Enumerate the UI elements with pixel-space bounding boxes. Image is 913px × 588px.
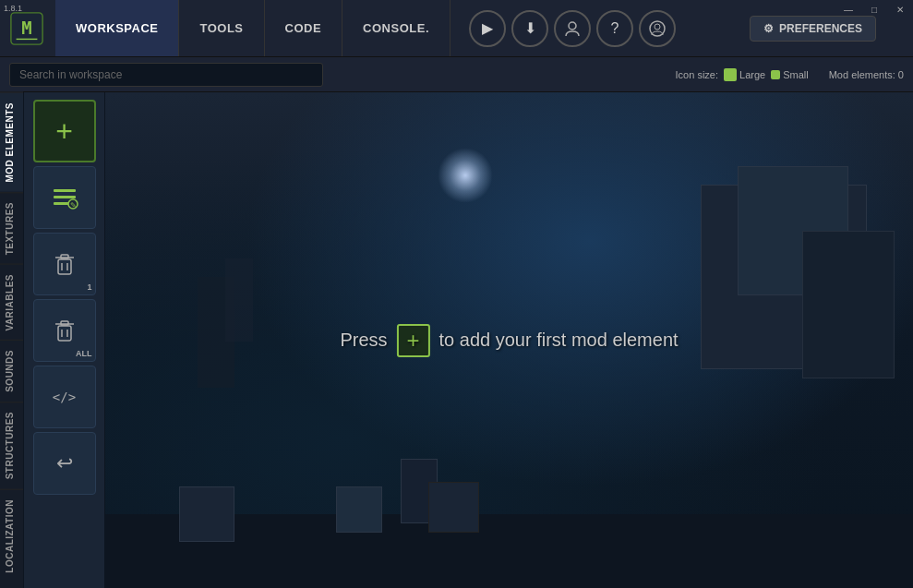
ground-block-2: [336, 486, 382, 533]
tab-code[interactable]: CODE: [265, 0, 343, 56]
add-plus-icon: +: [407, 328, 420, 354]
play-button[interactable]: ▶: [469, 10, 506, 47]
sidebar-tab-structures[interactable]: Structures: [0, 402, 23, 488]
mod-elements-panel: + ✎ 1: [24, 92, 105, 588]
prompt-post: to add your first mod element: [439, 330, 679, 351]
svg-text:M: M: [21, 17, 31, 37]
back-button[interactable]: ↩: [33, 432, 96, 495]
block-large-3: [802, 231, 895, 378]
ground-block-1: [179, 486, 234, 542]
code-icon: </>: [53, 390, 76, 404]
account-button[interactable]: [639, 10, 676, 47]
delete-all-icon: [51, 317, 78, 344]
profile-button[interactable]: [554, 10, 591, 47]
svg-rect-20: [61, 321, 68, 325]
delete-one-button[interactable]: 1: [33, 233, 96, 295]
moon-glow: [438, 148, 493, 203]
svg-point-5: [655, 24, 660, 30]
sidebar-tab-localization[interactable]: Localization: [0, 489, 23, 582]
title-bar: 1.8.1 M WORKSPACE TOOLS CODE CONSOLE. ▶ …: [0, 0, 913, 57]
nav-tabs: WORKSPACE TOOLS CODE CONSOLE.: [55, 0, 450, 56]
gear-icon: ⚙: [763, 22, 774, 35]
account-icon: [648, 19, 667, 38]
distant-structure-2: [225, 258, 253, 342]
svg-rect-11: [58, 259, 71, 274]
prompt-pre: Press: [340, 330, 387, 351]
large-size-dot: [724, 68, 737, 81]
delete-all-badge: ALL: [76, 349, 92, 358]
tab-console[interactable]: CONSOLE.: [342, 0, 450, 56]
ground-block-4: [428, 482, 479, 533]
tab-tools[interactable]: TOOLS: [179, 0, 264, 56]
sidebar-tab-variables[interactable]: Variables: [0, 264, 23, 341]
main-layout: Mod elements Textures Variables Sounds S…: [0, 92, 913, 588]
search-input[interactable]: [9, 63, 323, 87]
window-controls: — □ ✕: [835, 0, 913, 18]
add-mod-element-button[interactable]: +: [33, 100, 96, 162]
toolbar-icons: ▶ ⬇ ?: [469, 10, 676, 47]
version-label: 1.8.1: [4, 4, 22, 13]
export-button[interactable]: ⬇: [511, 10, 548, 47]
mod-elements-count: Mod elements: 0: [829, 69, 904, 80]
sidebar-tabs: Mod elements Textures Variables Sounds S…: [0, 92, 24, 588]
delete-all-button[interactable]: ALL: [33, 299, 96, 362]
svg-text:✎: ✎: [69, 201, 76, 210]
large-size-option[interactable]: Large: [724, 68, 765, 81]
large-size-label: Large: [739, 69, 765, 80]
logo-area: M: [0, 11, 55, 46]
add-element-icon-prompt[interactable]: +: [397, 324, 430, 357]
tab-workspace[interactable]: WORKSPACE: [55, 0, 179, 56]
preferences-button[interactable]: ⚙ PREFERENCES: [750, 16, 876, 42]
svg-point-3: [569, 22, 576, 30]
app-logo: M: [9, 11, 44, 46]
icon-size-label: Icon size:: [676, 69, 718, 80]
svg-rect-7: [54, 196, 76, 198]
center-prompt: Press + to add your first mod element: [340, 324, 678, 357]
sidebar-tab-textures[interactable]: Textures: [0, 192, 23, 264]
svg-rect-15: [61, 255, 68, 258]
search-bar: Icon size: Large Small Mod elements: 0: [0, 57, 913, 92]
preferences-label: PREFERENCES: [779, 22, 862, 35]
list-icon: ✎: [51, 184, 78, 211]
close-button[interactable]: ✕: [887, 0, 913, 18]
back-icon: ↩: [56, 451, 73, 475]
svg-rect-6: [54, 189, 76, 192]
small-size-option[interactable]: Small: [771, 69, 809, 80]
sidebar-tab-sounds[interactable]: Sounds: [0, 340, 23, 402]
maximize-button[interactable]: □: [861, 0, 887, 18]
profile-icon: [563, 19, 582, 38]
small-size-label: Small: [783, 69, 809, 80]
icon-size-area: Icon size: Large Small Mod elements: 0: [676, 68, 904, 81]
help-button[interactable]: ?: [596, 10, 633, 47]
svg-rect-16: [58, 326, 71, 341]
small-size-dot: [771, 70, 780, 79]
plus-icon: +: [55, 116, 73, 146]
code-button[interactable]: </>: [33, 366, 96, 428]
delete-one-icon: [51, 250, 78, 278]
sidebar-tab-mod-elements[interactable]: Mod elements: [0, 92, 23, 192]
list-button[interactable]: ✎: [33, 166, 96, 229]
minimize-button[interactable]: —: [835, 0, 861, 18]
delete-one-badge: 1: [87, 282, 91, 292]
content-area: Press + to add your first mod element: [105, 92, 913, 588]
